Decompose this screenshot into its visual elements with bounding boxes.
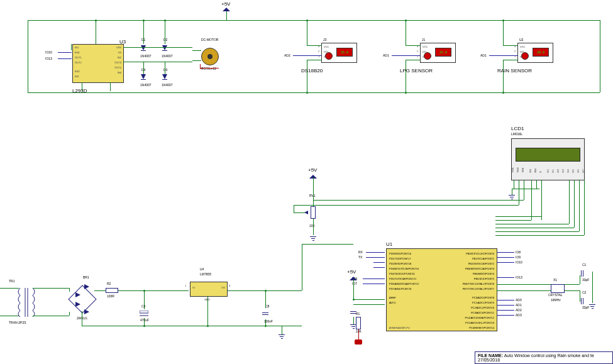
wire bbox=[165, 62, 165, 74]
wire bbox=[512, 189, 512, 195]
wire bbox=[302, 244, 302, 290]
wire bbox=[82, 326, 302, 326]
wire bbox=[96, 20, 96, 44]
wire bbox=[497, 290, 551, 291]
wire bbox=[265, 290, 266, 308]
title-block-date: 27/05/2018 bbox=[478, 358, 500, 362]
wire bbox=[519, 180, 519, 205]
c1-ref: C1 bbox=[582, 263, 586, 267]
wire bbox=[123, 47, 192, 48]
u3-ic: IN1 EN1 OUT1 OUT2 EN2 IN3 VSS VS IN2 OUT… bbox=[72, 44, 124, 83]
svg-marker-7 bbox=[162, 74, 167, 79]
j1-name: LPG SENSOR bbox=[400, 68, 433, 74]
wire bbox=[69, 288, 70, 292]
title-block: FILE NAME: Auto Window control using Rai… bbox=[475, 351, 613, 364]
bridge-d3 bbox=[75, 302, 80, 307]
io10-tag: IO10 bbox=[45, 50, 52, 54]
node bbox=[405, 92, 407, 94]
wire bbox=[495, 216, 541, 217]
wire-bottom-rail bbox=[28, 92, 600, 93]
d2-type: 1N4007 bbox=[162, 54, 173, 58]
d2-ref: D2 bbox=[163, 38, 167, 41]
wire bbox=[512, 189, 539, 189]
wire bbox=[497, 252, 514, 253]
label-5v-mcu: +5V bbox=[347, 269, 356, 275]
u1-rx: RX bbox=[358, 250, 363, 254]
u1-io8: IO8 bbox=[516, 250, 521, 254]
wire bbox=[353, 304, 385, 305]
lcd bbox=[511, 138, 585, 180]
wire bbox=[584, 180, 585, 235]
wire bbox=[406, 60, 406, 92]
wire-red bbox=[200, 68, 219, 69]
wire bbox=[353, 299, 385, 300]
bridge-d1 bbox=[75, 292, 80, 298]
svg-marker-15 bbox=[84, 284, 89, 289]
wire bbox=[497, 284, 551, 285]
lcd-type: LM016L bbox=[511, 132, 522, 136]
wire bbox=[366, 252, 385, 253]
d3-ref: D3 bbox=[163, 68, 167, 72]
wire bbox=[110, 82, 111, 91]
c1-val: 33pF bbox=[582, 278, 589, 282]
wire bbox=[123, 62, 192, 62]
node bbox=[306, 19, 308, 21]
wire bbox=[307, 20, 307, 45]
r2 bbox=[106, 288, 118, 293]
wire bbox=[294, 205, 294, 212]
u1-io13: IO13 bbox=[516, 275, 522, 279]
x1-ref: X1 bbox=[553, 278, 557, 282]
node bbox=[265, 290, 267, 292]
wire bbox=[69, 312, 70, 316]
wire bbox=[503, 60, 504, 92]
node bbox=[164, 19, 166, 21]
lcd-ref: LCD1 bbox=[511, 126, 524, 131]
svg-rect-18 bbox=[140, 311, 148, 313]
power-arrow bbox=[223, 8, 230, 12]
sensor-j1: J1 VCC DQ GND 25.0 3 2 1 bbox=[399, 43, 456, 71]
sensor-u2: U2 VCC DQ GND 20.0 3 2 1 bbox=[497, 43, 553, 71]
j3-name: DS18B20 bbox=[301, 68, 323, 74]
bridge-rectifier bbox=[68, 285, 96, 313]
wire bbox=[592, 272, 593, 303]
wire bbox=[565, 290, 580, 291]
wire bbox=[503, 20, 504, 45]
svg-marker-5 bbox=[141, 74, 146, 79]
wire bbox=[293, 55, 322, 56]
d3 bbox=[162, 74, 167, 84]
r1-ref: R1 bbox=[356, 312, 360, 316]
u2-name: RAIN SENSOR bbox=[497, 68, 532, 74]
c8 bbox=[265, 309, 266, 318]
wire bbox=[294, 212, 305, 213]
wire bbox=[495, 220, 531, 221]
node bbox=[502, 92, 504, 94]
wire bbox=[366, 257, 385, 258]
wire bbox=[497, 315, 514, 316]
node bbox=[143, 19, 145, 21]
u1-ad0: AD0 bbox=[516, 298, 522, 302]
wire bbox=[294, 205, 519, 206]
wire bbox=[363, 284, 385, 284]
node bbox=[143, 290, 145, 292]
wire bbox=[495, 235, 584, 236]
wire bbox=[143, 62, 144, 74]
cap-aref bbox=[353, 308, 354, 317]
title-block-title: Auto Window control using Rain smoke and… bbox=[504, 353, 594, 358]
wire bbox=[192, 50, 201, 51]
tr1-ref: TR1 bbox=[9, 279, 14, 283]
wire bbox=[33, 316, 69, 316]
transformer bbox=[9, 287, 47, 318]
u2-io: AD1 bbox=[480, 53, 487, 57]
wire bbox=[282, 326, 282, 334]
u4-ref: U4 bbox=[200, 267, 204, 271]
motor-ref: RCOIL+12 bbox=[201, 67, 216, 70]
dc-motor bbox=[201, 48, 219, 65]
svg-marker-1 bbox=[141, 45, 146, 50]
wire bbox=[33, 288, 69, 289]
label-5v-top: +5V bbox=[221, 1, 230, 7]
c1 bbox=[578, 273, 587, 274]
wire bbox=[58, 58, 72, 59]
u1-io9: IO9 bbox=[516, 255, 521, 259]
wire bbox=[165, 20, 165, 44]
node bbox=[405, 19, 407, 21]
